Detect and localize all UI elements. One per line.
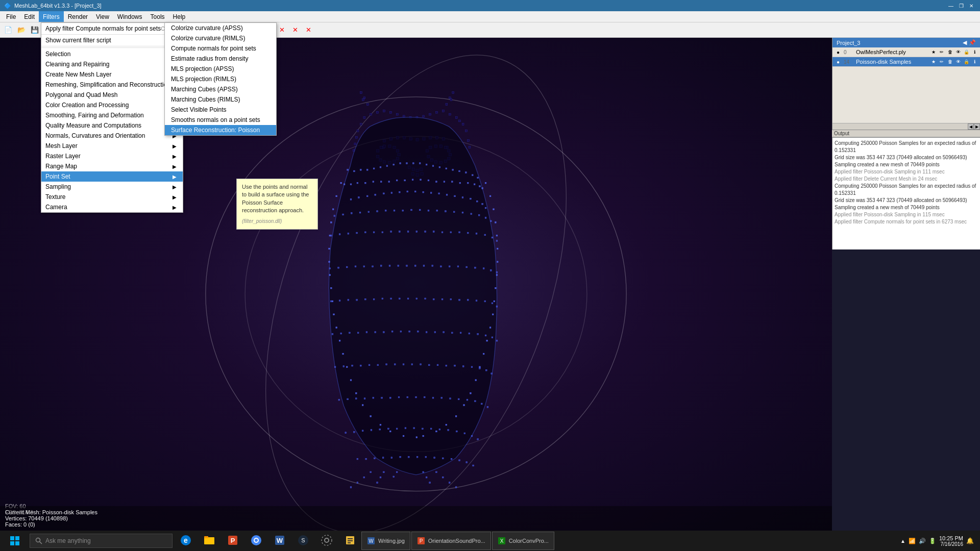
svg-rect-135: [406, 163, 408, 164]
layer-item-0[interactable]: ● 0 OwlMeshPerfect.ply ★ ✏ 🗑 👁 🔒 ℹ: [832, 47, 980, 57]
svg-rect-152: [380, 181, 382, 183]
svg-rect-194: [402, 210, 404, 211]
menu-file[interactable]: File: [2, 11, 20, 22]
menu-camera[interactable]: Camera ▶: [41, 202, 183, 212]
scroll-left-btn[interactable]: ◀: [968, 123, 974, 130]
tray-chevron[interactable]: ▲: [900, 538, 905, 544]
menu-tools[interactable]: Tools: [146, 11, 169, 22]
taskbar-app-files[interactable]: [198, 532, 220, 550]
svg-rect-243: [466, 266, 468, 268]
svg-text:P: P: [231, 537, 235, 544]
menu-polygonal[interactable]: Polygonal and Quad Mesh ▶: [41, 90, 183, 100]
submenu-mls-rimls[interactable]: MLS projection (RIMLS): [165, 74, 276, 84]
layer-icon-eye-14[interactable]: 👁: [954, 58, 962, 65]
layer-icon-edit-0[interactable]: ✏: [938, 48, 945, 56]
layer-item-14[interactable]: ● 14 Poisson-disk Samples ★ ✏ 🗑 👁 🔒 ℹ: [832, 57, 980, 67]
submenu-marching-apss[interactable]: Marching Cubes (APSS): [165, 84, 276, 94]
tray-notification[interactable]: 🔔: [966, 537, 974, 544]
minimize-button[interactable]: —: [946, 2, 955, 10]
svg-rect-313: [364, 398, 365, 399]
menu-cleaning[interactable]: Cleaning and Repairing ▶: [41, 59, 183, 69]
taskbar-app-earth[interactable]: [245, 532, 267, 550]
submenu-select-visible[interactable]: Select Visible Points: [165, 105, 276, 115]
layer-icon-star-14[interactable]: ★: [930, 58, 937, 65]
menu-color[interactable]: Color Creation and Processing ▶: [41, 100, 183, 110]
search-bar[interactable]: Ask me anything: [30, 534, 173, 548]
restore-button[interactable]: ❐: [957, 2, 966, 10]
layer-icon-info-14[interactable]: ℹ: [971, 58, 978, 65]
toolbar-del1[interactable]: ✕: [276, 24, 288, 36]
menu-quality[interactable]: Quality Measure and Computations ▶: [41, 120, 183, 131]
toolbar-save[interactable]: 💾: [29, 24, 41, 36]
submenu-marching-rimls[interactable]: Marching Cubes (RIMLS): [165, 94, 276, 105]
toolbar-del3[interactable]: ✕: [302, 24, 314, 36]
taskbar-clock[interactable]: 10:25 PM 7/16/2016: [939, 535, 963, 547]
layer-icon-info-0[interactable]: ℹ: [971, 48, 978, 56]
menu-raster-layer[interactable]: Raster Layer ▶: [41, 151, 183, 161]
taskbar-app-settings[interactable]: [315, 532, 338, 550]
submenu-mls-apss[interactable]: MLS projection (APSS): [165, 64, 276, 74]
toolbar-new[interactable]: 📄: [2, 24, 14, 36]
submenu-compute-normals[interactable]: Compute normals for point sets: [165, 43, 276, 54]
layer-icon-edit-14[interactable]: ✏: [938, 58, 945, 65]
layer-icon-del-0[interactable]: 🗑: [946, 48, 953, 56]
menu-view[interactable]: View: [92, 11, 113, 22]
menu-selection[interactable]: Selection ▶: [41, 49, 183, 59]
menu-normals[interactable]: Normals, Curvatures and Orientation ▶: [41, 131, 183, 141]
svg-rect-158: [428, 180, 429, 181]
title-bar-left: 🔷 MeshLab_64bit v1.3.3 - [Project_3]: [4, 3, 102, 9]
layer-icon-eye-0[interactable]: 👁: [954, 48, 962, 56]
svg-rect-224: [484, 234, 486, 236]
start-button[interactable]: [2, 532, 28, 550]
taskbar-window-writing[interactable]: W Writing.jpg: [361, 532, 410, 550]
svg-rect-15: [443, 110, 445, 112]
menu-remeshing[interactable]: Remeshing, Simplification and Reconstruc…: [41, 80, 183, 90]
layer-icon-star-0[interactable]: ★: [930, 48, 937, 56]
panel-pin-btn[interactable]: 📌: [969, 39, 976, 46]
scroll-right-btn[interactable]: ▶: [974, 123, 980, 130]
svg-rect-212: [382, 232, 383, 233]
panel-collapse-btn[interactable]: ◀: [963, 39, 967, 46]
menu-point-set[interactable]: Point Set ▶: [41, 171, 183, 182]
submenu-surface-poisson[interactable]: Surface Reconstruction: Poisson: [165, 125, 276, 135]
submenu-colorize-rimls[interactable]: Colorize curvature (RIMLS): [165, 33, 276, 43]
submenu-estimate-radius[interactable]: Estimate radius from density: [165, 54, 276, 64]
layer-icon-del-14[interactable]: 🗑: [946, 58, 953, 65]
menu-show-script[interactable]: Show current filter script: [41, 35, 183, 46]
menu-windows[interactable]: Windows: [113, 11, 146, 22]
taskbar-window-color[interactable]: X ColorConvPro...: [492, 532, 554, 550]
menu-range-map[interactable]: Range Map ▶: [41, 161, 183, 171]
svg-rect-34: [452, 92, 454, 94]
menu-edit[interactable]: Edit: [20, 11, 39, 22]
svg-rect-116: [483, 353, 484, 355]
svg-rect-84: [331, 222, 332, 223]
svg-rect-318: [407, 396, 408, 398]
toolbar-open[interactable]: 📂: [15, 24, 28, 36]
submenu-colorize-apss[interactable]: Colorize curvature (APSS): [165, 23, 276, 33]
log-panel[interactable]: Computing 250000 Poisson Samples for an …: [832, 137, 980, 249]
taskbar-app-files2[interactable]: [339, 532, 361, 550]
menu-mesh-layer[interactable]: Mesh Layer ▶: [41, 141, 183, 151]
close-button[interactable]: ✕: [967, 2, 976, 10]
taskbar-app-word[interactable]: W: [268, 532, 291, 550]
svg-rect-148: [350, 184, 352, 185]
svg-rect-270: [340, 333, 342, 334]
menu-help[interactable]: Help: [169, 11, 190, 22]
menu-texture[interactable]: Texture ▶: [41, 192, 183, 202]
menu-filters[interactable]: Filters: [39, 11, 64, 22]
menu-smoothing[interactable]: Smoothing, Fairing and Deformation ▶: [41, 110, 183, 120]
taskbar-app-edge[interactable]: e: [175, 532, 197, 550]
layer-icon-lock-0[interactable]: 🔒: [963, 48, 970, 56]
svg-rect-3: [363, 117, 365, 119]
menu-sampling[interactable]: Sampling ▶: [41, 182, 183, 192]
toolbar-del2[interactable]: ✕: [289, 24, 301, 36]
taskbar-app-steam[interactable]: S: [292, 532, 314, 550]
svg-rect-238: [423, 265, 425, 267]
menu-render[interactable]: Render: [64, 11, 92, 22]
menu-apply-filter[interactable]: Apply filter Compute normals for point s…: [41, 23, 183, 35]
menu-create-mesh-layer[interactable]: Create New Mesh Layer ▶: [41, 69, 183, 80]
taskbar-app-ppt[interactable]: P: [222, 532, 244, 550]
submenu-smooths-normals[interactable]: Smooths normals on a point sets: [165, 115, 276, 125]
layer-icon-lock-14[interactable]: 🔒: [963, 58, 970, 65]
taskbar-window-orientation[interactable]: P OrientationSoundPro...: [411, 532, 491, 550]
